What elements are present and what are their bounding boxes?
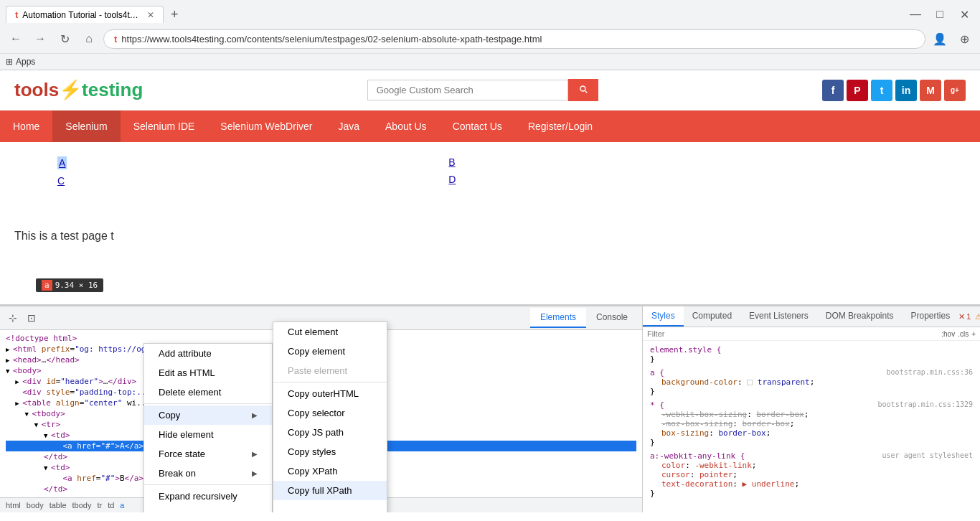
address-url: https://www.tools4testing.com/contents/s… bbox=[121, 34, 915, 44]
cm-break-on[interactable]: Break on ▶ bbox=[144, 464, 272, 483]
cm-copy-jspath[interactable]: Copy JS path bbox=[273, 423, 387, 442]
style-a-bg: background-color: transparent; bbox=[650, 377, 973, 387]
bread-table[interactable]: table bbox=[50, 501, 67, 510]
maximize-button[interactable]: □ bbox=[930, 4, 950, 24]
cm-copy-full-xpath[interactable]: Copy full XPath bbox=[273, 481, 387, 500]
apps-label[interactable]: Apps bbox=[16, 57, 35, 67]
nav-contact-us[interactable]: Contact Us bbox=[440, 111, 515, 142]
nav-about-us[interactable]: About Us bbox=[372, 111, 440, 142]
copy-arrow-icon: ▶ bbox=[252, 411, 258, 419]
refresh-button[interactable]: ↻ bbox=[55, 29, 75, 49]
cm-delete-element[interactable]: Delete element bbox=[144, 382, 272, 402]
cm-collapse-children[interactable]: Collapse children bbox=[144, 506, 272, 512]
nav-selenium[interactable]: Selenium bbox=[52, 111, 120, 142]
search-input[interactable] bbox=[367, 80, 568, 100]
sub-sep1 bbox=[273, 382, 387, 382]
tab-close-icon[interactable]: ✕ bbox=[147, 10, 154, 20]
cm-copy-outerhtml[interactable]: Copy outerHTML bbox=[273, 384, 387, 403]
nav-selenium-ide[interactable]: Selenium IDE bbox=[121, 111, 208, 142]
dt-tab-styles[interactable]: Styles bbox=[643, 306, 684, 327]
profile-button[interactable]: 👤 bbox=[930, 29, 950, 49]
nav-register[interactable]: Register/Login bbox=[515, 111, 606, 142]
tooltip-size: 9.34 × 16 bbox=[55, 281, 98, 290]
tooltip-letter: a bbox=[42, 280, 52, 291]
linkedin-icon[interactable]: in bbox=[895, 80, 917, 101]
bread-a[interactable]: a bbox=[120, 501, 124, 510]
cm-expand-recursively[interactable]: Expand recursively bbox=[144, 487, 272, 506]
link-c[interactable]: C bbox=[57, 175, 67, 187]
dt-tab-event-listeners[interactable]: Event Listeners bbox=[740, 306, 817, 327]
style-webkit-box: -webkit-box-sizing: border-box; bbox=[650, 410, 973, 419]
bread-body[interactable]: body bbox=[27, 501, 44, 510]
link-d[interactable]: D bbox=[448, 174, 456, 185]
forward-button[interactable]: → bbox=[30, 29, 50, 49]
devtools-select-icon[interactable]: ⊹ bbox=[4, 309, 22, 327]
cm-hide[interactable]: Hide element bbox=[144, 425, 272, 444]
link-a[interactable]: A bbox=[57, 156, 67, 169]
style-box: box-sizing: border-box; bbox=[650, 428, 973, 438]
bread-tbody[interactable]: tbody bbox=[72, 501, 92, 510]
style-webkit-origin: user agent stylesheet bbox=[882, 451, 973, 459]
email-icon[interactable]: M bbox=[920, 80, 941, 101]
style-star-close: } bbox=[650, 438, 973, 447]
dt-tab-properties[interactable]: Properties bbox=[902, 306, 958, 327]
bread-tr[interactable]: tr bbox=[97, 501, 102, 510]
cm-cut-element[interactable]: Cut element bbox=[273, 322, 387, 342]
home-button[interactable]: ⌂ bbox=[79, 29, 99, 49]
link-b[interactable]: B bbox=[448, 156, 456, 168]
new-tab-button[interactable]: + bbox=[166, 6, 183, 24]
style-moz-box: -moz-box-sizing: border-box; bbox=[650, 419, 973, 428]
filter-cls[interactable]: .cls bbox=[958, 330, 969, 338]
address-bar[interactable]: t https://www.tools4testing.com/contents… bbox=[103, 29, 925, 49]
copy-submenu: Cut element Copy element Paste element C… bbox=[273, 321, 387, 512]
style-element-selector: element.style { bbox=[650, 345, 973, 355]
dt-tab-dom-breakpoints[interactable]: DOM Breakpoints bbox=[817, 306, 903, 327]
twitter-icon[interactable]: t bbox=[871, 80, 892, 101]
cm-copy[interactable]: Copy ▶ bbox=[144, 405, 272, 425]
cm-copy-selector[interactable]: Copy selector bbox=[273, 403, 387, 423]
cm-add-attribute[interactable]: Add attribute bbox=[144, 344, 272, 363]
close-window-button[interactable]: ✕ bbox=[954, 4, 974, 24]
cm-copy-styles[interactable]: Copy styles bbox=[273, 442, 387, 461]
browser-nav-bar: ← → ↻ ⌂ t https://www.tools4testing.com/… bbox=[0, 24, 980, 53]
break-arrow-icon: ▶ bbox=[252, 469, 258, 477]
force-arrow-icon: ▶ bbox=[252, 450, 258, 458]
facebook-icon[interactable]: f bbox=[822, 80, 844, 101]
filter-input[interactable] bbox=[647, 329, 937, 338]
tab-title: Automation Tutorial - tools4testi bbox=[22, 10, 140, 20]
add-extension-button[interactable]: ⊕ bbox=[954, 29, 974, 49]
page-body: A C B D This is a test page t bbox=[0, 142, 980, 304]
minimize-button[interactable]: — bbox=[905, 4, 925, 24]
style-webkit-close: } bbox=[650, 489, 973, 498]
dt-tab-computed[interactable]: Computed bbox=[684, 306, 740, 327]
googleplus-icon[interactable]: g+ bbox=[944, 80, 966, 101]
cm-sep1 bbox=[144, 403, 272, 404]
style-a-origin: bootstrap.min.css:36 bbox=[887, 368, 973, 376]
browser-tab[interactable]: t Automation Tutorial - tools4testi ✕ bbox=[6, 6, 164, 23]
style-cursor: cursor: pointer; bbox=[650, 470, 973, 479]
nav-selenium-webdriver[interactable]: Selenium WebDriver bbox=[207, 111, 325, 142]
cm-copy-element[interactable]: Copy element bbox=[273, 342, 387, 361]
cm-paste-element[interactable]: Paste element bbox=[273, 361, 387, 380]
bread-td[interactable]: td bbox=[108, 501, 114, 510]
devtools-tab-console[interactable]: Console bbox=[586, 308, 638, 328]
cm-copy-xpath[interactable]: Copy XPath bbox=[273, 461, 387, 481]
filter-hov[interactable]: :hov bbox=[941, 330, 955, 338]
pinterest-icon[interactable]: P bbox=[847, 80, 868, 101]
cm-edit-html[interactable]: Edit as HTML bbox=[144, 363, 272, 382]
nav-home[interactable]: Home bbox=[0, 111, 52, 142]
nav-java[interactable]: Java bbox=[325, 111, 372, 142]
social-icons: f P t in M g+ bbox=[822, 80, 966, 101]
browser-chrome: t Automation Tutorial - tools4testi ✕ + … bbox=[0, 0, 980, 70]
logo-testing: testing bbox=[82, 79, 143, 100]
filter-add-icon[interactable]: + bbox=[971, 330, 976, 338]
back-button[interactable]: ← bbox=[6, 29, 26, 49]
search-icon bbox=[578, 84, 588, 94]
bread-html[interactable]: html bbox=[6, 501, 21, 510]
search-area bbox=[367, 79, 598, 101]
nav-menu: Home Selenium Selenium IDE Selenium WebD… bbox=[0, 111, 980, 142]
devtools-device-icon[interactable]: ⊡ bbox=[23, 309, 40, 327]
search-button[interactable] bbox=[568, 79, 598, 101]
cm-force-state[interactable]: Force state ▶ bbox=[144, 444, 272, 464]
devtools-tab-elements[interactable]: Elements bbox=[530, 308, 586, 328]
